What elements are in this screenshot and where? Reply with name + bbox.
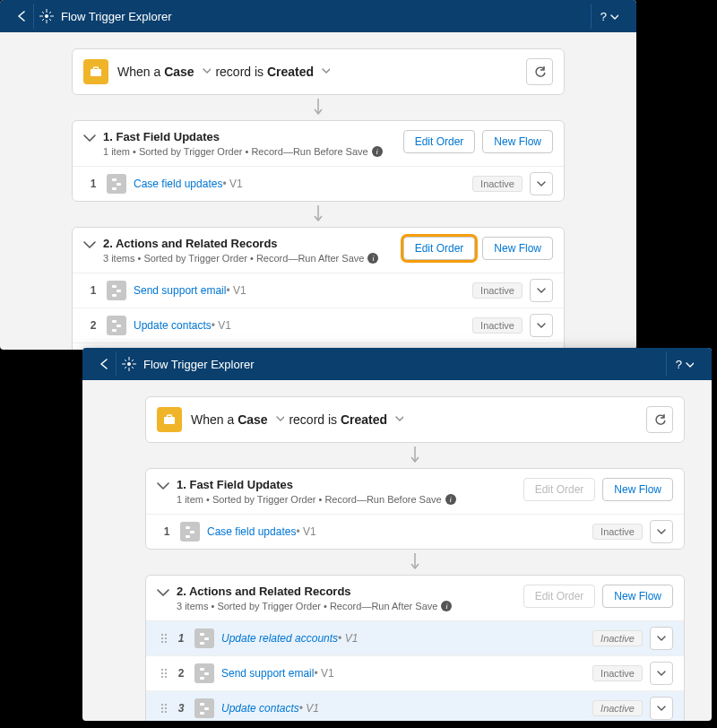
collapse-toggle[interactable] <box>80 130 99 143</box>
row-number: 2 <box>83 319 103 332</box>
edit-order-button[interactable]: Edit Order <box>403 237 476 260</box>
status-badge: Inactive <box>472 282 523 299</box>
connector <box>145 550 685 575</box>
section-actions-related-records: 2. Actions and Related Records 3 items •… <box>72 227 565 350</box>
trigger-card: When a Case record is Created <box>145 396 685 443</box>
trigger-sentence: When a Case record is Created <box>191 412 405 427</box>
section-fast-field-updates: 1. Fast Field Updates 1 item • Sorted by… <box>72 120 565 202</box>
flow-row[interactable]: 1 Update related accounts • V1 Inactive <box>146 621 684 656</box>
collapse-toggle[interactable] <box>153 585 173 598</box>
help-button[interactable]: ? <box>666 351 703 377</box>
status-badge: Inactive <box>472 317 523 334</box>
grip-icon <box>160 702 168 715</box>
edit-order-button: Edit Order <box>523 585 596 608</box>
flow-link[interactable]: Update contacts <box>221 702 299 715</box>
row-menu-button[interactable] <box>650 662 673 685</box>
content-area: When a Case record is Created 1. Fast Fi… <box>0 32 636 350</box>
back-button[interactable] <box>9 4 34 29</box>
flow-link[interactable]: Send support email <box>134 284 226 297</box>
drag-handle[interactable] <box>157 667 171 680</box>
row-number: 1 <box>171 632 191 645</box>
flow-row[interactable]: 2 Send support email • V1 Inactive <box>146 656 684 691</box>
flow-link[interactable]: Update related accounts <box>221 632 338 645</box>
app-title: Flow Trigger Explorer <box>143 358 255 371</box>
connector <box>145 443 685 468</box>
flow-version: • V1 <box>299 702 319 715</box>
row-menu-button[interactable] <box>650 520 673 543</box>
back-button[interactable] <box>91 351 117 377</box>
section-actions-related-records: 2. Actions and Related Records 3 items •… <box>145 575 685 721</box>
refresh-icon <box>653 413 666 426</box>
status-badge: Inactive <box>592 630 643 646</box>
new-flow-button[interactable]: New Flow <box>602 478 673 501</box>
flow-row[interactable]: 3 Update contacts • V1 Inactive <box>146 691 684 721</box>
chevron-down-icon <box>83 133 96 143</box>
row-number: 1 <box>83 284 103 297</box>
flow-list: 1 Case field updates • V1 Inactive <box>146 515 684 549</box>
flow-link[interactable]: Case field updates <box>134 178 222 190</box>
status-badge: Inactive <box>592 524 643 540</box>
row-menu-button[interactable] <box>530 172 553 195</box>
row-number: 3 <box>171 702 191 715</box>
row-menu-button[interactable] <box>530 314 553 337</box>
caret-down-icon <box>685 360 694 368</box>
app-header: Flow Trigger Explorer ? <box>0 0 636 32</box>
info-icon[interactable]: i <box>445 494 456 505</box>
section-header: 2. Actions and Related Records 3 items •… <box>73 228 564 273</box>
refresh-button[interactable] <box>646 406 673 433</box>
flow-list-reorderable: 1 Update related accounts • V1 Inactive … <box>146 621 684 721</box>
drag-handle[interactable] <box>157 702 171 715</box>
trigger-card: When a Case record is Created <box>72 48 565 95</box>
section-header: 2. Actions and Related Records 3 items •… <box>146 576 684 621</box>
arrow-left-icon <box>98 357 110 371</box>
flow-icon <box>180 522 200 542</box>
row-menu-button[interactable] <box>650 697 673 720</box>
section-title: 1. Fast Field Updates <box>103 130 403 143</box>
window-before: Flow Trigger Explorer ? When a Case reco… <box>0 0 636 350</box>
section-subtitle: 1 item • Sorted by Trigger Order • Recor… <box>103 146 403 157</box>
flow-link[interactable]: Send support email <box>221 667 314 680</box>
help-button[interactable]: ? <box>591 4 627 29</box>
info-icon[interactable]: i <box>441 601 452 611</box>
new-flow-button[interactable]: New Flow <box>482 130 553 153</box>
grip-icon <box>160 667 168 680</box>
edit-order-button[interactable]: Edit Order <box>403 130 476 153</box>
section-title: 2. Actions and Related Records <box>103 237 403 250</box>
flow-icon <box>107 281 126 300</box>
info-icon[interactable]: i <box>367 253 378 264</box>
collapse-toggle[interactable] <box>153 478 173 491</box>
sparkle-icon <box>39 9 54 23</box>
flow-link[interactable]: Case field updates <box>207 525 296 538</box>
row-menu-button[interactable] <box>650 627 673 650</box>
flow-list: 1 Case field updates • V1 Inactive <box>73 167 564 201</box>
edit-order-button: Edit Order <box>523 478 596 501</box>
app-title-group: Flow Trigger Explorer <box>39 9 172 23</box>
flow-link[interactable]: Update contacts <box>134 319 212 332</box>
connector <box>72 95 565 120</box>
window-after: Flow Trigger Explorer ? When a Case reco… <box>82 348 712 721</box>
object-picker[interactable] <box>275 413 284 422</box>
row-menu-button[interactable] <box>530 279 553 302</box>
object-picker[interactable] <box>202 65 211 74</box>
flow-version: • V1 <box>338 632 358 645</box>
new-flow-button[interactable]: New Flow <box>482 237 553 260</box>
flow-icon <box>194 698 214 718</box>
row-number: 2 <box>171 667 191 680</box>
collapse-toggle[interactable] <box>80 237 99 250</box>
caret-down-icon <box>609 12 618 21</box>
drag-handle[interactable] <box>157 632 171 645</box>
refresh-button[interactable] <box>526 58 553 85</box>
row-number: 1 <box>83 178 103 190</box>
section-title: 2. Actions and Related Records <box>177 585 523 598</box>
section-subtitle: 1 item • Sorted by Trigger Order • Recor… <box>177 494 523 505</box>
info-icon[interactable]: i <box>372 146 383 157</box>
flow-version: • V1 <box>296 525 315 538</box>
event-picker[interactable] <box>321 65 330 74</box>
chevron-down-icon <box>157 481 169 491</box>
new-flow-button[interactable]: New Flow <box>602 585 673 608</box>
section-subtitle: 3 items • Sorted by Trigger Order • Reco… <box>177 601 523 611</box>
app-header: Flow Trigger Explorer ? <box>82 348 712 380</box>
flow-icon <box>194 628 214 648</box>
app-title: Flow Trigger Explorer <box>61 10 172 23</box>
event-picker[interactable] <box>394 413 403 422</box>
